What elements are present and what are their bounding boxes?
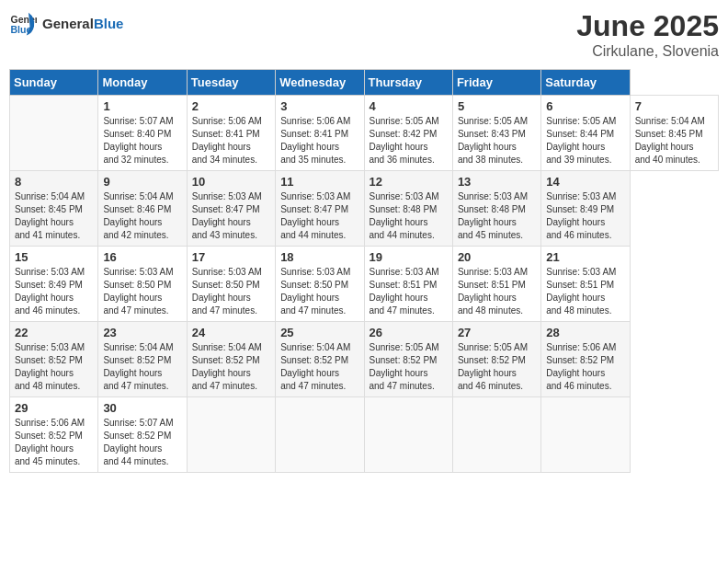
header-sunday: Sunday — [10, 70, 98, 96]
day-number: 24 — [192, 326, 270, 339]
calendar-cell: 9 Sunrise: 5:04 AM Sunset: 8:46 PM Dayli… — [98, 171, 187, 247]
calendar-cell: 6 Sunrise: 5:05 AM Sunset: 8:44 PM Dayli… — [541, 96, 630, 171]
calendar-cell: 30 Sunrise: 5:07 AM Sunset: 8:52 PM Dayl… — [98, 397, 187, 473]
day-number: 14 — [546, 175, 624, 189]
day-info: Sunrise: 5:05 AM Sunset: 8:44 PM Dayligh… — [546, 115, 624, 167]
calendar-cell: 27 Sunrise: 5:05 AM Sunset: 8:52 PM Dayl… — [452, 322, 540, 397]
calendar-cell: 5 Sunrise: 5:05 AM Sunset: 8:43 PM Dayli… — [452, 96, 540, 171]
day-info: Sunrise: 5:04 AM Sunset: 8:46 PM Dayligh… — [103, 190, 181, 242]
calendar-cell: 13 Sunrise: 5:03 AM Sunset: 8:48 PM Dayl… — [452, 171, 540, 247]
calendar-cell: 18 Sunrise: 5:03 AM Sunset: 8:50 PM Dayl… — [276, 247, 364, 322]
day-number: 20 — [458, 250, 536, 264]
logo-text: GeneralBlue — [42, 16, 123, 31]
day-info: Sunrise: 5:03 AM Sunset: 8:49 PM Dayligh… — [15, 266, 93, 317]
calendar-cell: 28 Sunrise: 5:06 AM Sunset: 8:52 PM Dayl… — [541, 322, 630, 397]
calendar-cell: 14 Sunrise: 5:03 AM Sunset: 8:49 PM Dayl… — [541, 171, 630, 247]
day-number: 11 — [280, 175, 358, 189]
day-number: 6 — [546, 99, 624, 113]
header-wednesday: Wednesday — [276, 70, 364, 96]
day-info: Sunrise: 5:03 AM Sunset: 8:47 PM Dayligh… — [280, 190, 358, 242]
day-number: 22 — [15, 326, 93, 339]
calendar-row: 15 Sunrise: 5:03 AM Sunset: 8:49 PM Dayl… — [10, 247, 719, 322]
day-number: 2 — [192, 99, 270, 113]
day-info: Sunrise: 5:04 AM Sunset: 8:45 PM Dayligh… — [15, 190, 93, 242]
calendar-cell — [187, 397, 275, 473]
day-number: 30 — [103, 401, 181, 415]
day-number: 13 — [458, 175, 536, 189]
day-info: Sunrise: 5:03 AM Sunset: 8:47 PM Dayligh… — [192, 190, 270, 242]
day-info: Sunrise: 5:03 AM Sunset: 8:51 PM Dayligh… — [546, 266, 624, 317]
calendar-row: 8 Sunrise: 5:04 AM Sunset: 8:45 PM Dayli… — [10, 171, 719, 247]
day-info: Sunrise: 5:03 AM Sunset: 8:50 PM Dayligh… — [192, 266, 270, 317]
calendar-cell: 8 Sunrise: 5:04 AM Sunset: 8:45 PM Dayli… — [10, 171, 98, 247]
day-info: Sunrise: 5:04 AM Sunset: 8:52 PM Dayligh… — [103, 341, 181, 393]
day-number: 15 — [15, 250, 93, 264]
title-area: June 2025 Cirkulane, Slovenia — [576, 9, 719, 60]
calendar-cell: 4 Sunrise: 5:05 AM Sunset: 8:42 PM Dayli… — [364, 96, 452, 171]
weekday-header-row: Sunday Monday Tuesday Wednesday Thursday… — [10, 70, 719, 96]
day-info: Sunrise: 5:03 AM Sunset: 8:51 PM Dayligh… — [370, 266, 448, 317]
day-info: Sunrise: 5:06 AM Sunset: 8:41 PM Dayligh… — [280, 115, 358, 167]
calendar-cell: 20 Sunrise: 5:03 AM Sunset: 8:51 PM Dayl… — [452, 247, 540, 322]
header-monday: Monday — [98, 70, 187, 96]
day-info: Sunrise: 5:06 AM Sunset: 8:52 PM Dayligh… — [15, 417, 93, 468]
calendar-cell: 2 Sunrise: 5:06 AM Sunset: 8:41 PM Dayli… — [187, 96, 275, 171]
day-number: 17 — [192, 250, 270, 264]
header-tuesday: Tuesday — [187, 70, 275, 96]
calendar-row: 29 Sunrise: 5:06 AM Sunset: 8:52 PM Dayl… — [10, 397, 719, 473]
calendar-cell — [364, 397, 452, 473]
day-number: 19 — [370, 250, 448, 264]
calendar-cell — [541, 397, 630, 473]
logo: General Blue GeneralBlue — [9, 9, 123, 37]
day-info: Sunrise: 5:04 AM Sunset: 8:45 PM Dayligh… — [635, 115, 713, 167]
calendar-cell: 11 Sunrise: 5:03 AM Sunset: 8:47 PM Dayl… — [276, 171, 364, 247]
day-number: 1 — [103, 99, 181, 113]
day-number: 29 — [15, 401, 93, 415]
logo-icon: General Blue — [9, 9, 37, 37]
calendar-row: 22 Sunrise: 5:03 AM Sunset: 8:52 PM Dayl… — [10, 322, 719, 397]
calendar-table: Sunday Monday Tuesday Wednesday Thursday… — [9, 69, 719, 473]
calendar-cell: 29 Sunrise: 5:06 AM Sunset: 8:52 PM Dayl… — [10, 397, 98, 473]
calendar-cell — [10, 96, 98, 171]
day-number: 4 — [370, 99, 448, 113]
day-info: Sunrise: 5:04 AM Sunset: 8:52 PM Dayligh… — [280, 341, 358, 393]
calendar-cell: 15 Sunrise: 5:03 AM Sunset: 8:49 PM Dayl… — [10, 247, 98, 322]
day-info: Sunrise: 5:05 AM Sunset: 8:42 PM Dayligh… — [370, 115, 448, 167]
calendar-cell: 19 Sunrise: 5:03 AM Sunset: 8:51 PM Dayl… — [364, 247, 452, 322]
day-info: Sunrise: 5:07 AM Sunset: 8:40 PM Dayligh… — [103, 115, 181, 167]
day-number: 23 — [103, 326, 181, 339]
day-info: Sunrise: 5:03 AM Sunset: 8:48 PM Dayligh… — [458, 190, 536, 242]
day-number: 28 — [546, 326, 624, 339]
calendar-cell: 23 Sunrise: 5:04 AM Sunset: 8:52 PM Dayl… — [98, 322, 187, 397]
header-saturday: Saturday — [541, 70, 630, 96]
day-info: Sunrise: 5:03 AM Sunset: 8:52 PM Dayligh… — [15, 341, 93, 393]
day-info: Sunrise: 5:03 AM Sunset: 8:49 PM Dayligh… — [546, 190, 624, 242]
day-number: 21 — [546, 250, 624, 264]
day-info: Sunrise: 5:04 AM Sunset: 8:52 PM Dayligh… — [192, 341, 270, 393]
day-number: 8 — [15, 175, 93, 189]
calendar-cell: 1 Sunrise: 5:07 AM Sunset: 8:40 PM Dayli… — [98, 96, 187, 171]
day-info: Sunrise: 5:03 AM Sunset: 8:50 PM Dayligh… — [103, 266, 181, 317]
day-info: Sunrise: 5:03 AM Sunset: 8:50 PM Dayligh… — [280, 266, 358, 317]
calendar-cell: 7 Sunrise: 5:04 AM Sunset: 8:45 PM Dayli… — [630, 96, 718, 171]
svg-text:Blue: Blue — [11, 24, 32, 35]
header-thursday: Thursday — [364, 70, 452, 96]
day-info: Sunrise: 5:07 AM Sunset: 8:52 PM Dayligh… — [103, 417, 181, 468]
day-info: Sunrise: 5:03 AM Sunset: 8:48 PM Dayligh… — [370, 190, 448, 242]
calendar-cell: 3 Sunrise: 5:06 AM Sunset: 8:41 PM Dayli… — [276, 96, 364, 171]
calendar-row: 1 Sunrise: 5:07 AM Sunset: 8:40 PM Dayli… — [10, 96, 719, 171]
calendar-cell — [452, 397, 540, 473]
day-number: 18 — [280, 250, 358, 264]
day-info: Sunrise: 5:05 AM Sunset: 8:43 PM Dayligh… — [458, 115, 536, 167]
calendar-cell: 17 Sunrise: 5:03 AM Sunset: 8:50 PM Dayl… — [187, 247, 275, 322]
day-info: Sunrise: 5:05 AM Sunset: 8:52 PM Dayligh… — [370, 341, 448, 393]
day-number: 9 — [103, 175, 181, 189]
calendar-cell: 24 Sunrise: 5:04 AM Sunset: 8:52 PM Dayl… — [187, 322, 275, 397]
day-info: Sunrise: 5:06 AM Sunset: 8:52 PM Dayligh… — [546, 341, 624, 393]
day-info: Sunrise: 5:03 AM Sunset: 8:51 PM Dayligh… — [458, 266, 536, 317]
day-number: 26 — [370, 326, 448, 339]
day-info: Sunrise: 5:06 AM Sunset: 8:41 PM Dayligh… — [192, 115, 270, 167]
header: General Blue GeneralBlue June 2025 Cirku… — [9, 9, 719, 60]
location-title: Cirkulane, Slovenia — [576, 43, 719, 60]
calendar-cell: 26 Sunrise: 5:05 AM Sunset: 8:52 PM Dayl… — [364, 322, 452, 397]
